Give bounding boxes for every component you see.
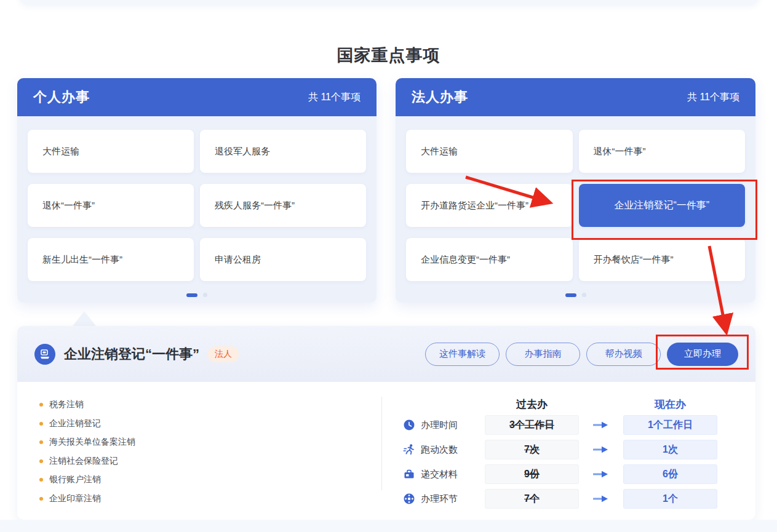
list-item-label: 企业印章注销 (49, 493, 101, 504)
arrow-right-icon (579, 495, 623, 502)
personal-affairs-panel: 个人办事 共 11个事项 大件运输 退役军人服务 退休“一件事” 残疾人服务“一… (17, 78, 377, 303)
now-value: 6份 (623, 464, 717, 484)
service-item[interactable]: 新生儿出生“一件事” (28, 238, 194, 281)
service-item[interactable]: 申请公租房 (200, 238, 366, 281)
clock-icon (403, 419, 415, 431)
arrow-right-icon (579, 421, 623, 429)
row-label-text: 递交材料 (421, 469, 458, 480)
row-label: 办理时间 (403, 419, 485, 431)
personal-panel-title: 个人办事 (33, 88, 90, 106)
comparison-row: 办理环节 7个 1个 (403, 489, 717, 509)
service-item[interactable]: 企业信息变更“一件事” (406, 238, 573, 281)
list-item-label: 海关报关单位备案注销 (49, 437, 135, 448)
now-header: 现在办 (623, 397, 717, 411)
past-value: 7个 (485, 489, 579, 509)
list-item: 企业注销登记 (39, 418, 135, 430)
now-value: 1个工作日 (623, 415, 717, 435)
list-item-label: 银行账户注销 (49, 474, 101, 485)
service-item[interactable]: 退役军人服务 (200, 130, 366, 173)
personal-panel-count: 共 11个事项 (308, 91, 361, 104)
past-header: 过去办 (485, 397, 579, 411)
steps-icon (403, 493, 415, 505)
row-label: 办理环节 (403, 493, 485, 505)
service-item[interactable]: 开办餐饮店“一件事” (579, 238, 746, 281)
pager-active-indicator[interactable] (565, 293, 576, 297)
bullet-icon (39, 440, 43, 444)
past-value: 3个工作日 (485, 415, 579, 435)
now-value: 1次 (623, 440, 717, 459)
personal-panel-header: 个人办事 共 11个事项 (17, 78, 377, 116)
row-label: 递交材料 (403, 468, 485, 480)
section-title: 国家重点事项 (0, 44, 777, 66)
runner-icon (403, 443, 415, 456)
personal-panel-body: 大件运输 退役军人服务 退休“一件事” 残疾人服务“一件事” 新生儿出生“一件事… (17, 116, 377, 281)
help-video-button[interactable]: 帮办视频 (586, 343, 661, 366)
row-label-text: 办理环节 (421, 493, 458, 505)
previous-card-remnant (18, 0, 760, 5)
pager-active-indicator[interactable] (186, 293, 197, 297)
detail-buttons: 这件事解读 办事指南 帮办视频 立即办理 (425, 343, 738, 366)
handle-now-button[interactable]: 立即办理 (667, 343, 738, 366)
list-item-label: 税务注销 (49, 399, 84, 410)
detail-caret (73, 311, 96, 326)
bullet-icon (39, 459, 43, 463)
detail-title: 企业注销登记“一件事” (64, 345, 199, 363)
interpretation-button[interactable]: 这件事解读 (425, 343, 500, 366)
page-background-strip (0, 520, 777, 532)
service-item[interactable]: 大件运输 (28, 130, 194, 173)
legal-panel-pager (396, 293, 755, 297)
legal-person-affairs-panel: 法人办事 共 11个事项 大件运输 退休“一件事” 开办道路货运企业“一件事” … (396, 78, 755, 303)
comparison-table: 过去办 现在办 办理时间 3个工作日 1个工作日 (403, 396, 717, 514)
national-key-matters-section: 国家重点事项 个人办事 共 11个事项 大件运输 退役军人服务 退休“一件事” … (0, 0, 777, 532)
row-label-text: 跑动次数 (421, 444, 458, 456)
legal-panel-title: 法人办事 (412, 88, 468, 106)
legal-person-badge: 法人 (208, 346, 239, 362)
service-desk-icon (34, 344, 55, 365)
service-item[interactable]: 残疾人服务“一件事” (200, 184, 366, 227)
included-services-list: 税务注销 企业注销登记 海关报关单位备案注销 注销社会保险登记 银行账户注销 企… (39, 399, 135, 511)
vertical-divider (381, 397, 382, 490)
legal-panel-body: 大件运输 退休“一件事” 开办道路货运企业“一件事” 企业注销登记“一件事” 企… (396, 116, 755, 281)
row-label-text: 办理时间 (421, 419, 458, 431)
now-value: 1个 (623, 489, 717, 509)
bullet-icon (39, 497, 43, 501)
comparison-row: 递交材料 9份 6份 (403, 464, 717, 484)
past-value: 7次 (485, 440, 579, 459)
pager-dot[interactable] (203, 293, 207, 297)
list-item: 税务注销 (39, 399, 135, 411)
service-item[interactable]: 大件运输 (406, 130, 573, 173)
bullet-icon (39, 478, 43, 482)
legal-panel-count: 共 11个事项 (687, 91, 739, 104)
service-item[interactable]: 退休“一件事” (28, 184, 194, 227)
list-item-label: 注销社会保险登记 (49, 456, 118, 467)
materials-icon (403, 468, 415, 480)
list-item: 企业印章注销 (39, 493, 135, 505)
arrow-right-icon (579, 470, 623, 478)
personal-panel-pager (17, 293, 377, 297)
detail-content: 税务注销 企业注销登记 海关报关单位备案注销 注销社会保险登记 银行账户注销 企… (17, 382, 755, 520)
list-item: 银行账户注销 (39, 474, 135, 486)
service-item-selected[interactable]: 企业注销登记“一件事” (579, 184, 746, 227)
bullet-icon (39, 403, 43, 407)
service-item[interactable]: 开办道路货运企业“一件事” (406, 184, 573, 227)
service-detail-card: 企业注销登记“一件事” 法人 这件事解读 办事指南 帮办视频 立即办理 税务注销… (17, 326, 755, 520)
service-item[interactable]: 退休“一件事” (579, 130, 746, 173)
comparison-header-row: 过去办 现在办 (403, 396, 717, 412)
comparison-row: 跑动次数 7次 1次 (403, 440, 717, 459)
pager-dot[interactable] (582, 293, 586, 297)
guide-button[interactable]: 办事指南 (506, 343, 580, 366)
detail-header-band: 企业注销登记“一件事” 法人 这件事解读 办事指南 帮办视频 立即办理 (17, 326, 755, 382)
list-item: 注销社会保险登记 (39, 455, 135, 467)
list-item-label: 企业注销登记 (49, 418, 101, 429)
list-item: 海关报关单位备案注销 (39, 436, 135, 448)
comparison-row: 办理时间 3个工作日 1个工作日 (403, 415, 717, 435)
legal-panel-header: 法人办事 共 11个事项 (396, 78, 755, 116)
bullet-icon (39, 422, 43, 426)
past-value: 9份 (485, 464, 579, 484)
arrow-right-icon (579, 446, 623, 453)
row-label: 跑动次数 (403, 443, 485, 456)
